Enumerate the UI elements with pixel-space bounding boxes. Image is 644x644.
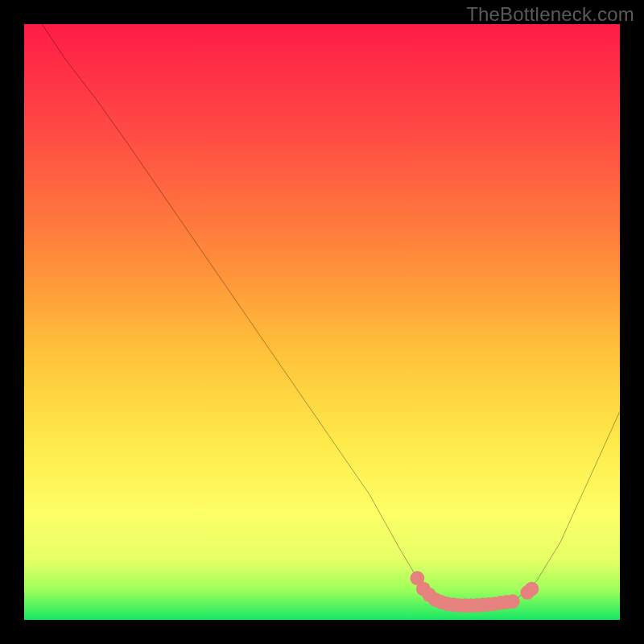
highlight-dot [506,594,520,609]
chart-svg [24,24,620,620]
chart-plot-area [24,24,620,620]
chart-background [24,24,620,620]
watermark-text: TheBottleneck.com [466,3,634,26]
chart-frame: TheBottleneck.com [0,0,644,644]
highlight-dot [525,582,539,597]
